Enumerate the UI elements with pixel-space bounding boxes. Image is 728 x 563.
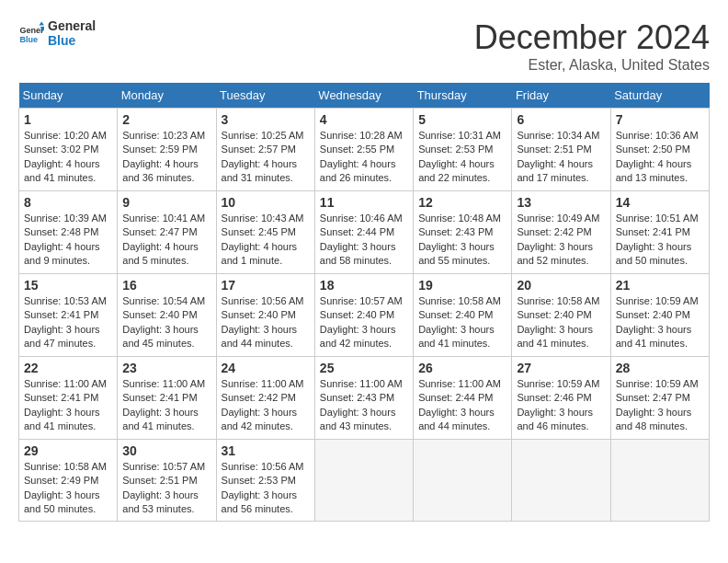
sunrise-label: Sunrise: 10:59 AM	[616, 295, 699, 306]
sunrise-label: Sunrise: 10:59 AM	[616, 378, 699, 389]
sunrise-label: Sunrise: 11:00 AM	[24, 378, 107, 389]
cell-content: Sunrise: 10:56 AM Sunset: 2:40 PM Daylig…	[222, 294, 310, 351]
daylight-label: Daylight: 3 hours and 58 minutes.	[320, 241, 396, 266]
svg-text:Blue: Blue	[19, 35, 38, 44]
weekday-header-tuesday: Tuesday	[216, 83, 314, 109]
calendar-cell: 2 Sunrise: 10:23 AM Sunset: 2:59 PM Dayl…	[118, 109, 216, 191]
cell-content: Sunrise: 10:48 AM Sunset: 2:43 PM Daylig…	[418, 212, 506, 269]
calendar-cell: 18 Sunrise: 10:57 AM Sunset: 2:40 PM Day…	[314, 274, 413, 357]
calendar-cell: 13 Sunrise: 10:49 AM Sunset: 2:42 PM Day…	[512, 191, 610, 274]
weekday-header-friday: Friday	[512, 83, 610, 109]
sunrise-label: Sunrise: 10:23 AM	[122, 130, 205, 141]
cell-content: Sunrise: 10:31 AM Sunset: 2:53 PM Daylig…	[418, 129, 506, 186]
daylight-label: Daylight: 3 hours and 55 minutes.	[418, 241, 495, 266]
svg-text:General: General	[19, 26, 44, 35]
day-number: 25	[320, 361, 408, 375]
day-number: 21	[616, 278, 704, 293]
sunrise-label: Sunrise: 10:59 AM	[517, 378, 599, 389]
calendar-cell: 8 Sunrise: 10:39 AM Sunset: 2:48 PM Dayl…	[19, 191, 118, 274]
sunset-label: Sunset: 2:53 PM	[222, 475, 296, 486]
day-number: 15	[24, 278, 112, 293]
sunrise-label: Sunrise: 10:57 AM	[122, 461, 205, 472]
cell-content: Sunrise: 10:58 AM Sunset: 2:40 PM Daylig…	[418, 294, 506, 351]
sunset-label: Sunset: 2:41 PM	[24, 309, 98, 320]
calendar-cell: 26 Sunrise: 11:00 AM Sunset: 2:44 PM Day…	[414, 357, 512, 440]
sunset-label: Sunset: 2:43 PM	[418, 226, 493, 237]
day-number: 26	[418, 361, 506, 375]
sunrise-label: Sunrise: 10:25 AM	[222, 130, 304, 141]
day-number: 23	[122, 361, 210, 375]
cell-content: Sunrise: 10:59 AM Sunset: 2:47 PM Daylig…	[616, 377, 704, 434]
sunset-label: Sunset: 2:47 PM	[616, 392, 690, 403]
sunrise-label: Sunrise: 11:00 AM	[122, 378, 205, 389]
cell-content: Sunrise: 10:20 AM Sunset: 3:02 PM Daylig…	[24, 129, 112, 186]
sunset-label: Sunset: 2:43 PM	[320, 392, 394, 403]
sunrise-label: Sunrise: 10:46 AM	[320, 213, 403, 224]
cell-content: Sunrise: 11:00 AM Sunset: 2:41 PM Daylig…	[122, 377, 210, 434]
sunrise-label: Sunrise: 10:48 AM	[418, 213, 501, 224]
cell-content: Sunrise: 10:57 AM Sunset: 2:40 PM Daylig…	[320, 294, 408, 351]
weekday-header-row: SundayMondayTuesdayWednesdayThursdayFrid…	[19, 83, 710, 109]
daylight-label: Daylight: 3 hours and 41 minutes.	[24, 407, 100, 431]
logo-general: General	[48, 18, 96, 33]
sunrise-label: Sunrise: 10:54 AM	[122, 295, 205, 306]
daylight-label: Daylight: 4 hours and 17 minutes.	[517, 158, 593, 183]
sunrise-label: Sunrise: 10:58 AM	[517, 295, 599, 306]
calendar-cell: 28 Sunrise: 10:59 AM Sunset: 2:47 PM Day…	[610, 357, 709, 440]
calendar-cell: 29 Sunrise: 10:58 AM Sunset: 2:49 PM Day…	[19, 440, 118, 522]
sunrise-label: Sunrise: 10:31 AM	[418, 130, 501, 141]
calendar-cell	[314, 440, 413, 522]
sunset-label: Sunset: 2:41 PM	[24, 392, 98, 403]
calendar-cell: 4 Sunrise: 10:28 AM Sunset: 2:55 PM Dayl…	[314, 109, 413, 191]
sunset-label: Sunset: 2:40 PM	[517, 309, 591, 320]
sunset-label: Sunset: 2:47 PM	[122, 226, 197, 237]
sunset-label: Sunset: 3:02 PM	[24, 144, 98, 155]
calendar-cell: 27 Sunrise: 10:59 AM Sunset: 2:46 PM Day…	[512, 357, 610, 440]
sunset-label: Sunset: 2:42 PM	[222, 392, 296, 403]
daylight-label: Daylight: 4 hours and 9 minutes.	[24, 241, 100, 266]
sunset-label: Sunset: 2:44 PM	[418, 392, 493, 403]
sunset-label: Sunset: 2:41 PM	[122, 392, 197, 403]
calendar-cell: 24 Sunrise: 11:00 AM Sunset: 2:42 PM Day…	[216, 357, 314, 440]
logo-blue: Blue	[48, 33, 96, 48]
sunset-label: Sunset: 2:48 PM	[24, 226, 98, 237]
cell-content: Sunrise: 11:00 AM Sunset: 2:41 PM Daylig…	[24, 377, 112, 434]
logo: General Blue General Blue	[18, 18, 96, 48]
daylight-label: Daylight: 4 hours and 22 minutes.	[418, 158, 495, 183]
calendar-cell: 3 Sunrise: 10:25 AM Sunset: 2:57 PM Dayl…	[216, 109, 314, 191]
location: Ester, Alaska, United States	[474, 57, 710, 74]
calendar-cell: 12 Sunrise: 10:48 AM Sunset: 2:43 PM Day…	[414, 191, 512, 274]
week-row-3: 15 Sunrise: 10:53 AM Sunset: 2:41 PM Day…	[19, 274, 710, 357]
daylight-label: Daylight: 3 hours and 44 minutes.	[222, 324, 298, 349]
sunrise-label: Sunrise: 10:58 AM	[24, 461, 107, 472]
sunrise-label: Sunrise: 10:20 AM	[24, 130, 107, 141]
calendar-cell: 30 Sunrise: 10:57 AM Sunset: 2:51 PM Day…	[118, 440, 216, 522]
svg-marker-2	[39, 21, 44, 25]
calendar-cell: 25 Sunrise: 11:00 AM Sunset: 2:43 PM Day…	[314, 357, 413, 440]
cell-content: Sunrise: 10:41 AM Sunset: 2:47 PM Daylig…	[122, 212, 210, 269]
day-number: 17	[222, 278, 310, 293]
daylight-label: Daylight: 3 hours and 42 minutes.	[222, 407, 298, 431]
daylight-label: Daylight: 3 hours and 45 minutes.	[122, 324, 199, 349]
daylight-label: Daylight: 3 hours and 44 minutes.	[418, 407, 495, 431]
daylight-label: Daylight: 3 hours and 52 minutes.	[517, 241, 593, 266]
day-number: 4	[320, 112, 408, 127]
daylight-label: Daylight: 3 hours and 41 minutes.	[418, 324, 495, 349]
sunset-label: Sunset: 2:57 PM	[222, 144, 296, 155]
cell-content: Sunrise: 10:36 AM Sunset: 2:50 PM Daylig…	[616, 129, 704, 186]
sunset-label: Sunset: 2:45 PM	[222, 226, 296, 237]
cell-content: Sunrise: 10:59 AM Sunset: 2:46 PM Daylig…	[517, 377, 605, 434]
sunrise-label: Sunrise: 10:28 AM	[320, 130, 403, 141]
calendar-cell: 17 Sunrise: 10:56 AM Sunset: 2:40 PM Day…	[216, 274, 314, 357]
day-number: 19	[418, 278, 506, 293]
daylight-label: Daylight: 4 hours and 1 minute.	[222, 241, 298, 266]
sunrise-label: Sunrise: 10:36 AM	[616, 130, 699, 141]
day-number: 7	[616, 112, 704, 127]
sunset-label: Sunset: 2:40 PM	[320, 309, 394, 320]
cell-content: Sunrise: 10:34 AM Sunset: 2:51 PM Daylig…	[517, 129, 605, 186]
daylight-label: Daylight: 3 hours and 48 minutes.	[616, 407, 692, 431]
sunset-label: Sunset: 2:51 PM	[517, 144, 591, 155]
sunset-label: Sunset: 2:50 PM	[616, 144, 690, 155]
day-number: 13	[517, 195, 605, 210]
daylight-label: Daylight: 3 hours and 41 minutes.	[122, 407, 199, 431]
